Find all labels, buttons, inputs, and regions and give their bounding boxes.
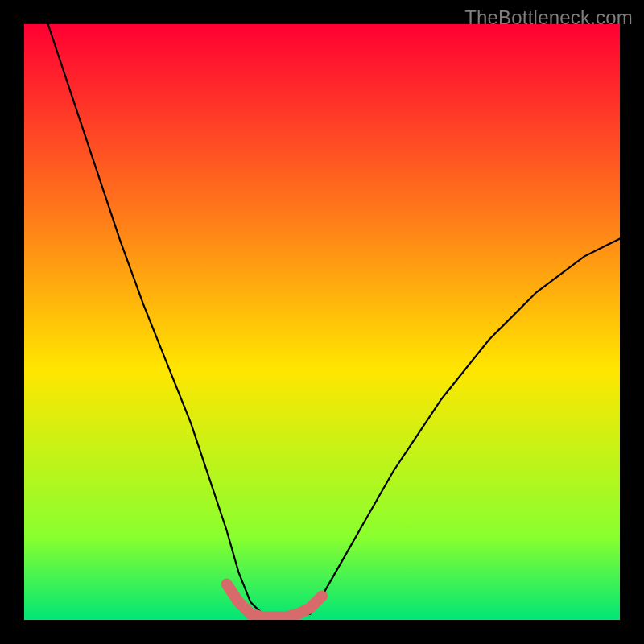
chart-svg (24, 24, 620, 620)
gradient-background (24, 24, 620, 620)
watermark-label: TheBottleneck.com (464, 6, 633, 29)
chart-frame: TheBottleneck.com (0, 0, 644, 644)
plot-area (24, 24, 620, 620)
